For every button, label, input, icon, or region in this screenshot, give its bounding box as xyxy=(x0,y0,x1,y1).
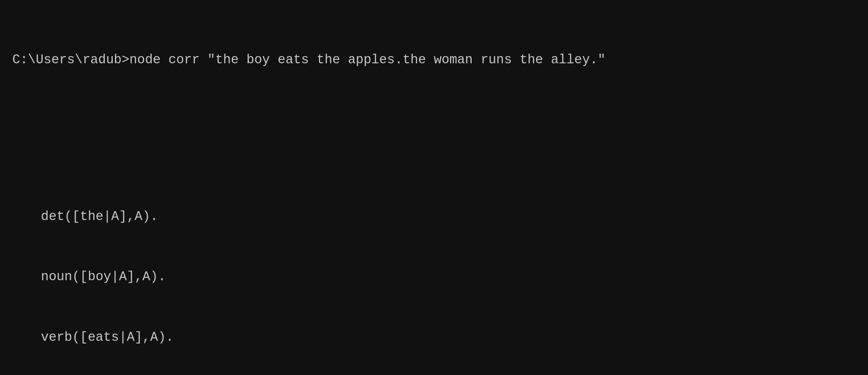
indented-output-block: det([the|A],A). noun([boy|A],A). verb([e… xyxy=(41,166,856,375)
command-line: C:\Users\radub>node corr "the boy eats t… xyxy=(12,50,856,70)
blank-line-1 xyxy=(12,116,856,126)
output-line-1: det([the|A],A). xyxy=(41,207,856,227)
terminal-window: C:\Users\radub>node corr "the boy eats t… xyxy=(0,0,868,375)
output-line-3: verb([eats|A],A). xyxy=(41,327,856,348)
output-line-2: noun([boy|A],A). xyxy=(41,267,856,287)
